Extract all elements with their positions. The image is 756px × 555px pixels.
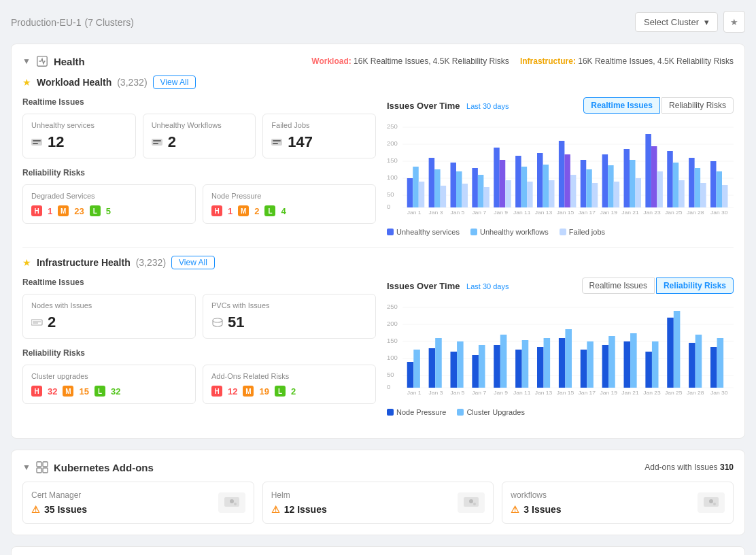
infra-realtime-issues-tab[interactable]: Realtime Issues bbox=[582, 278, 655, 294]
infra-reliability-risks-tab[interactable]: Reliability Risks bbox=[656, 278, 734, 294]
svg-rect-23 bbox=[413, 167, 419, 207]
svg-rect-121 bbox=[652, 341, 659, 388]
cert-manager-thumb-icon bbox=[224, 497, 240, 509]
addons-collapse-icon[interactable]: ▼ bbox=[22, 462, 31, 472]
svg-rect-37 bbox=[515, 156, 521, 207]
realtime-issues-tab[interactable]: Realtime Issues bbox=[583, 97, 660, 114]
svg-rect-108 bbox=[515, 350, 522, 388]
unhealthy-services-label: Unhealthy services bbox=[31, 121, 127, 129]
svg-point-148 bbox=[230, 499, 234, 503]
svg-rect-53 bbox=[630, 160, 636, 207]
svg-text:Jan 17: Jan 17 bbox=[579, 209, 596, 216]
svg-rect-38 bbox=[521, 167, 528, 207]
svg-rect-9 bbox=[273, 143, 278, 144]
failed-jobs-value: 147 bbox=[271, 133, 367, 151]
addons-risks-label: Add-Ons Related Risks bbox=[211, 372, 367, 380]
svg-rect-103 bbox=[457, 341, 464, 388]
addons-title: Kubernetes Add-ons bbox=[54, 462, 154, 473]
workload-chart-title: Issues Over Time bbox=[387, 101, 460, 111]
svg-rect-35 bbox=[500, 160, 506, 207]
svg-text:0: 0 bbox=[387, 384, 390, 390]
svg-rect-30 bbox=[462, 184, 468, 207]
workload-chart-svg: 250 200 150 100 50 0 bbox=[387, 120, 734, 216]
svg-rect-113 bbox=[565, 329, 572, 388]
workflows-thumb-icon bbox=[703, 497, 719, 509]
legend-unhealthy-workflows: Unhealthy workflows bbox=[470, 228, 549, 236]
np-h-value: 1 bbox=[228, 206, 233, 216]
svg-rect-25 bbox=[429, 158, 435, 207]
svg-rect-120 bbox=[645, 352, 652, 388]
infra-left-panel: Realtime Issues Nodes with Issues 2 PVCs… bbox=[22, 278, 376, 416]
svg-text:Jan 9: Jan 9 bbox=[494, 209, 508, 216]
addon-thumb-cert bbox=[218, 492, 245, 513]
favorite-button[interactable]: ★ bbox=[723, 11, 745, 33]
ar-h-value: 12 bbox=[228, 386, 237, 397]
svg-rect-61 bbox=[689, 158, 695, 207]
collapse-icon[interactable]: ▼ bbox=[22, 56, 31, 66]
unhealthy-services-value: 12 bbox=[31, 133, 127, 151]
workload-metric-cards: Unhealthy services 12 Unhealthy Workflow… bbox=[22, 114, 376, 158]
svg-rect-118 bbox=[624, 341, 631, 388]
cluster-upgrades-label: Cluster upgrades bbox=[31, 372, 187, 380]
svg-rect-104 bbox=[472, 355, 479, 388]
svg-rect-52 bbox=[624, 149, 630, 207]
cluster-upgrades-card: Cluster upgrades H 32 M 15 L 32 bbox=[22, 365, 196, 404]
infra-count: (3,232) bbox=[136, 257, 166, 268]
svg-text:100: 100 bbox=[387, 174, 398, 181]
svg-rect-111 bbox=[544, 338, 551, 388]
svg-rect-22 bbox=[407, 178, 413, 207]
svg-text:Jan 3: Jan 3 bbox=[429, 209, 443, 216]
svg-rect-115 bbox=[587, 341, 594, 388]
nodes-icon bbox=[31, 318, 44, 326]
svg-rect-5 bbox=[153, 140, 161, 141]
legend-dot-jobs bbox=[560, 229, 566, 235]
helm-thumb-icon bbox=[463, 497, 479, 509]
infra-view-all-button[interactable]: View All bbox=[171, 256, 215, 269]
medium-badge: M bbox=[243, 386, 254, 397]
medium-badge: M bbox=[238, 205, 249, 216]
svg-rect-122 bbox=[667, 318, 674, 388]
workload-left-panel: Realtime Issues Unhealthy services 12 Un… bbox=[22, 97, 376, 236]
svg-rect-143 bbox=[37, 462, 41, 467]
svg-rect-62 bbox=[695, 168, 701, 207]
svg-text:250: 250 bbox=[387, 303, 398, 310]
svg-text:Jan 30: Jan 30 bbox=[710, 209, 728, 216]
svg-text:50: 50 bbox=[387, 191, 394, 198]
svg-rect-44 bbox=[564, 154, 570, 207]
degraded-services-values: H 1 M 23 L 5 bbox=[31, 205, 187, 216]
svg-rect-39 bbox=[527, 182, 533, 207]
svg-text:Jan 28: Jan 28 bbox=[687, 209, 704, 216]
cu-h-value: 32 bbox=[48, 386, 57, 397]
svg-text:Jan 19: Jan 19 bbox=[600, 209, 617, 216]
svg-text:Jan 25: Jan 25 bbox=[665, 209, 683, 216]
svg-rect-126 bbox=[710, 347, 717, 388]
infra-chart-period: Last 30 days bbox=[466, 282, 509, 290]
degraded-services-card: Degraded Services H 1 M 23 L 5 bbox=[22, 184, 196, 224]
svg-rect-36 bbox=[505, 180, 511, 207]
svg-rect-117 bbox=[608, 336, 615, 388]
cluster-select[interactable]: Select Cluster ▾ bbox=[635, 12, 718, 32]
unhealthy-services-card: Unhealthy services 12 bbox=[22, 114, 136, 158]
node-pressure-card: Node Pressure H 1 M 2 L 4 bbox=[203, 184, 376, 224]
svg-rect-110 bbox=[537, 347, 544, 388]
svg-rect-98 bbox=[407, 362, 414, 388]
np-l-value: 4 bbox=[281, 206, 286, 216]
legend-failed-jobs: Failed jobs bbox=[560, 228, 605, 236]
svg-text:0: 0 bbox=[387, 203, 390, 210]
addon-cards-row: Cert Manager ⚠ 35 Issues Helm ⚠ 12 Issue… bbox=[22, 482, 734, 524]
infra-detail: 16K Realtime Issues, 4.5K Reliability Ri… bbox=[578, 56, 734, 66]
degraded-h-value: 1 bbox=[48, 206, 52, 216]
workload-view-all-button[interactable]: View All bbox=[153, 75, 196, 89]
degraded-m-value: 23 bbox=[74, 206, 84, 216]
realtime-issues-label: Realtime Issues bbox=[22, 97, 376, 107]
node-pressure-label: Node Pressure bbox=[211, 192, 367, 200]
svg-rect-8 bbox=[273, 140, 281, 141]
reliability-risks-tab[interactable]: Reliability Risks bbox=[662, 97, 734, 114]
cluster-name: Production-EU-1 bbox=[11, 17, 82, 28]
svg-text:Jan 1: Jan 1 bbox=[407, 209, 422, 216]
workload-chart-panel: Issues Over Time Last 30 days Realtime I… bbox=[387, 97, 734, 236]
legend-dot-services bbox=[387, 229, 394, 235]
svg-rect-45 bbox=[570, 175, 577, 207]
addons-risks-card: Add-Ons Related Risks H 12 M 19 L 2 bbox=[203, 365, 376, 404]
health-title: Health bbox=[54, 56, 85, 67]
